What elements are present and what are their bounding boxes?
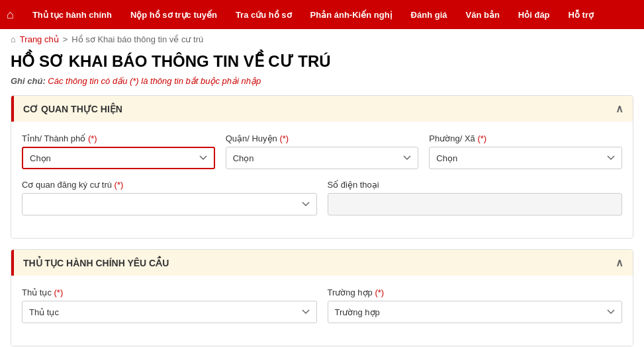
coquan-select[interactable] bbox=[22, 193, 317, 215]
group-quan: Quận/ Huyện (*) Chọn bbox=[226, 134, 419, 169]
section-thu-tuc-header[interactable]: THỦ TỤC HÀNH CHÍNH YÊU CẦU ∧ bbox=[11, 250, 633, 276]
breadcrumb: ⌂ Trang chủ > Hồ sơ Khai báo thông tin v… bbox=[0, 29, 644, 50]
thutuc-label: Thủ tục (*) bbox=[22, 288, 317, 297]
group-phuong: Phường/ Xã (*) Chọn bbox=[429, 134, 622, 169]
group-thu-tuc: Thủ tục (*) Thủ tục bbox=[22, 288, 317, 323]
sodienthoai-input[interactable] bbox=[328, 193, 623, 215]
row-location: Tỉnh/ Thành phố (*) Chọn Quận/ Huyện (*)… bbox=[22, 134, 622, 169]
nav-item-tra-cuu[interactable]: Tra cứu hồ sơ bbox=[226, 0, 301, 29]
home-nav-icon[interactable]: ⌂ bbox=[7, 8, 14, 22]
quan-select[interactable]: Chọn bbox=[226, 147, 419, 169]
note-label: Ghi chú: bbox=[11, 76, 46, 86]
row-thu-tuc: Thủ tục (*) Thủ tục Trường hợp (*) Trườn… bbox=[22, 288, 622, 323]
thutuc-select[interactable]: Thủ tục bbox=[22, 301, 317, 323]
phuong-label: Phường/ Xã (*) bbox=[429, 134, 622, 143]
breadcrumb-home-link[interactable]: Trang chủ bbox=[20, 34, 59, 44]
nav-item-phan-anh[interactable]: Phản ánh-Kiến nghị bbox=[301, 0, 402, 29]
group-truong-hop: Trường hợp (*) Trường hợp bbox=[328, 288, 623, 323]
page-title: HỒ SƠ KHAI BÁO THÔNG TIN VỀ CƯ TRÚ bbox=[11, 52, 633, 71]
coquan-label: Cơ quan đăng ký cư trú (*) bbox=[22, 180, 317, 190]
nav-item-ho-tro[interactable]: Hỗ trợ bbox=[559, 0, 603, 29]
tinh-label: Tỉnh/ Thành phố (*) bbox=[22, 134, 215, 143]
row-coquan: Cơ quan đăng ký cư trú (*) Số điện thoại bbox=[22, 180, 622, 215]
sodienthoai-label: Số điện thoại bbox=[328, 180, 623, 190]
nav-item-danh-gia[interactable]: Đánh giá bbox=[402, 0, 457, 29]
group-tinh: Tỉnh/ Thành phố (*) Chọn bbox=[22, 134, 215, 169]
quan-label: Quận/ Huyện (*) bbox=[226, 134, 419, 143]
note-text: Các thông tin có dấu (*) là thông tin bắ… bbox=[48, 76, 261, 86]
section-co-quan: CƠ QUAN THỰC HIỆN ∧ Tỉnh/ Thành phố (*) … bbox=[11, 95, 633, 239]
section-co-quan-header[interactable]: CƠ QUAN THỰC HIỆN ∧ bbox=[11, 96, 633, 122]
group-sodienthoai: Số điện thoại bbox=[328, 180, 623, 215]
section-co-quan-body: Tỉnh/ Thành phố (*) Chọn Quận/ Huyện (*)… bbox=[11, 122, 633, 238]
nav-items-container: Thủ tục hành chính Nộp hồ sơ trực tuyến … bbox=[23, 0, 637, 29]
truonghop-select[interactable]: Trường hợp bbox=[328, 301, 623, 323]
home-icon-small: ⌂ bbox=[11, 34, 16, 44]
section-thu-tuc-title: THỦ TỤC HÀNH CHÍNH YÊU CẦU bbox=[23, 258, 169, 268]
tinh-select[interactable]: Chọn bbox=[22, 147, 215, 169]
group-coquan: Cơ quan đăng ký cư trú (*) bbox=[22, 180, 317, 215]
section-thu-tuc: THỦ TỤC HÀNH CHÍNH YÊU CẦU ∧ Thủ tục (*)… bbox=[11, 249, 633, 346]
section-thu-tuc-body: Thủ tục (*) Thủ tục Trường hợp (*) Trườn… bbox=[11, 276, 633, 346]
form-note: Ghi chú: Các thông tin có dấu (*) là thô… bbox=[11, 76, 633, 86]
section-co-quan-title: CƠ QUAN THỰC HIỆN bbox=[23, 104, 122, 114]
breadcrumb-separator: > bbox=[63, 34, 68, 44]
section-co-quan-chevron: ∧ bbox=[616, 102, 623, 115]
section-thu-tuc-chevron: ∧ bbox=[616, 256, 623, 269]
phuong-select[interactable]: Chọn bbox=[429, 147, 622, 169]
nav-item-van-ban[interactable]: Văn bản bbox=[456, 0, 508, 29]
main-content: HỒ SƠ KHAI BÁO THÔNG TIN VỀ CƯ TRÚ Ghi c… bbox=[0, 52, 644, 347]
truonghop-label: Trường hợp (*) bbox=[328, 288, 623, 297]
nav-item-hoi-dap[interactable]: Hỏi đáp bbox=[509, 0, 559, 29]
nav-item-thu-tuc[interactable]: Thủ tục hành chính bbox=[23, 0, 121, 29]
nav-item-nop-ho-so[interactable]: Nộp hồ sơ trực tuyến bbox=[121, 0, 226, 29]
breadcrumb-current: Hồ sơ Khai báo thông tin về cư trú bbox=[71, 34, 203, 44]
top-navigation: ⌂ Thủ tục hành chính Nộp hồ sơ trực tuyế… bbox=[0, 0, 644, 29]
